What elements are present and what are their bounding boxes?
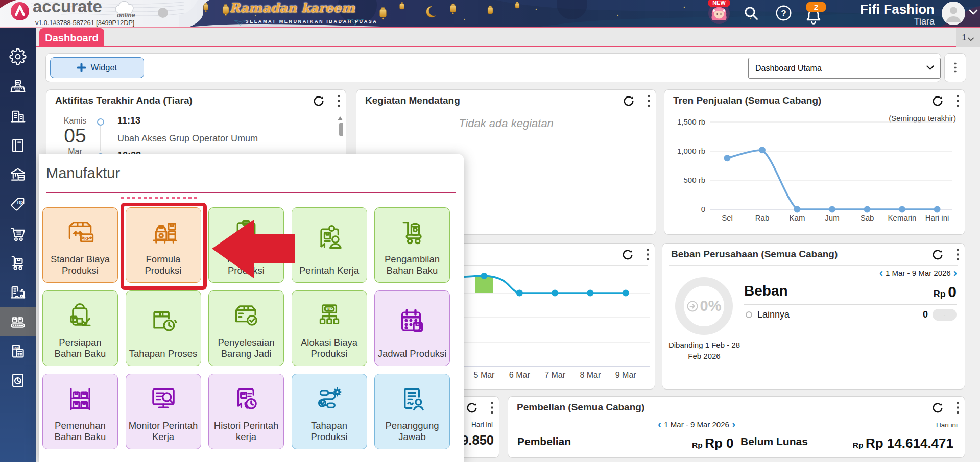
svg-text:0: 0 <box>701 205 705 213</box>
annotation-arrow <box>211 218 296 279</box>
refresh-icon[interactable] <box>312 94 325 108</box>
sidebar-item-assets[interactable] <box>0 277 36 306</box>
kebab-icon[interactable] <box>491 401 493 414</box>
alokasi-biaya-produksi-icon: RP <box>314 291 345 337</box>
scrollbar-thumb[interactable] <box>339 123 343 136</box>
tile-label: Penyelesaian Barang Jadi <box>211 337 281 360</box>
sidebar-item-cashier[interactable] <box>0 71 36 101</box>
tile-tahapan-proses[interactable]: Tahapan Proses <box>126 290 201 366</box>
sidebar-item-reports[interactable] <box>0 366 36 395</box>
svg-text:5 Mar: 5 Mar <box>474 371 495 379</box>
svg-text:9 Mar: 9 Mar <box>615 371 637 379</box>
brand-name: accurate <box>33 0 102 16</box>
tile-label: Jadwal Produksi <box>377 348 447 360</box>
tile-jadwal-produksi[interactable]: Jadwal Produksi <box>374 290 450 366</box>
svg-text:TAX: TAX <box>13 346 19 349</box>
tile-monitor-perintah-kerja[interactable]: Monitor Perintah Kerja <box>126 374 201 449</box>
tile-perintah-kerja[interactable]: Perintah Kerja <box>292 207 367 283</box>
range-prev-icon[interactable]: ‹ <box>655 418 664 431</box>
tile-tahapan-produksi[interactable]: Tahapan Produksi <box>292 374 367 449</box>
panel-divider <box>46 192 456 193</box>
sidebar-item-settings[interactable] <box>0 42 36 71</box>
search-icon[interactable] <box>743 5 759 21</box>
trend-arrow-icon <box>687 301 698 312</box>
tile-label: Monitor Perintah Kerja <box>129 420 198 443</box>
activity-time: 11:13 <box>117 115 140 126</box>
kebab-icon[interactable] <box>648 94 650 107</box>
sidebar-item-purchases[interactable] <box>0 219 36 248</box>
tile-penyelesaian-barang-jadi[interactable]: Penyelesaian Barang Jadi <box>208 290 284 366</box>
annotation-highlight-rect <box>121 203 207 290</box>
tile-pemenuhan-bahan-baku[interactable]: Pemenuhan Bahan Baku <box>42 374 118 449</box>
tile-histori-perintah-kerja[interactable]: Histori Perintah kerja <box>208 374 284 449</box>
tile-standar-biaya-produksi[interactable]: RP Standar Biaya Produksi <box>42 207 118 283</box>
svg-text:Kemarin: Kemarin <box>888 213 917 222</box>
svg-text:Hari ini: Hari ini <box>925 213 949 222</box>
tren-penjualan-chart: 0500 rb1,000 rb1,500 rbSelRabKamJumSabKe… <box>672 116 959 231</box>
tile-label: Pemenuhan Bahan Baku <box>45 420 115 443</box>
kebab-icon[interactable] <box>957 94 959 107</box>
tile-alokasi-biaya-produksi[interactable]: RP Alokasi Biaya Produksi <box>292 290 367 366</box>
svg-text:RP: RP <box>326 307 331 311</box>
notification-count-badge[interactable]: 2 <box>806 2 826 12</box>
svg-text:Kam: Kam <box>790 213 805 222</box>
sidebar-item-bank[interactable] <box>0 160 36 189</box>
svg-text:6 Mar: 6 Mar <box>509 371 531 379</box>
widget-beban-perusahaan: Beban Perusahaan (Semua Cabang) ‹1 Mar -… <box>662 243 965 390</box>
help-icon[interactable]: ? <box>776 5 792 21</box>
range-label: 1 Mar - 9 Mar 2026 <box>664 420 729 429</box>
kebab-icon[interactable] <box>957 248 959 261</box>
dashboard-select[interactable]: Dashboard Utama <box>748 58 941 79</box>
user-avatar[interactable] <box>942 2 965 25</box>
refresh-icon[interactable] <box>465 401 479 415</box>
widget-title: Aktifitas Terakhir Anda (Tiara) <box>55 95 193 106</box>
tile-penanggung-jawab[interactable]: Penanggung Jawab <box>374 374 450 449</box>
persiapan-bahan-baku-icon <box>64 291 96 337</box>
refresh-icon[interactable] <box>931 94 944 108</box>
range-prev-icon[interactable]: ‹ <box>877 266 886 279</box>
sidebar-item-manufacture[interactable] <box>0 307 36 336</box>
tab-counter-dropdown[interactable]: 1 <box>956 28 980 47</box>
tile-label: Tahapan Proses <box>129 348 198 360</box>
legend-dot <box>746 311 752 318</box>
date-range-nav: ‹1 Mar - 9 Mar 2026› <box>655 420 738 429</box>
tile-persiapan-bahan-baku[interactable]: Persiapan Bahan Baku <box>42 290 118 366</box>
svg-text:Sel: Sel <box>722 213 733 222</box>
toolbar-kebab-menu[interactable] <box>944 53 966 82</box>
perintah-kerja-icon <box>314 208 345 265</box>
tab-dashboard[interactable]: Dashboard <box>39 28 104 47</box>
widget-header: Tren Penjualan (Semua Cabang) <box>664 90 965 112</box>
penyelesaian-barang-jadi-icon <box>230 291 262 337</box>
kebab-icon[interactable] <box>338 94 340 107</box>
sidebar-item-company[interactable] <box>0 101 36 130</box>
version-text: v1.0.1#3788-587261 [3499P12DP] <box>35 19 134 27</box>
tile-label: Penanggung Jawab <box>377 420 447 443</box>
refresh-icon[interactable] <box>931 248 944 261</box>
svg-text:?: ? <box>781 9 786 18</box>
annotation-dashed-line <box>121 197 200 199</box>
plus-icon <box>77 63 86 72</box>
chevron-down-icon[interactable] <box>969 9 978 15</box>
date-range-nav: ‹1 Mar - 9 Mar 2026› <box>877 269 960 277</box>
header-underline <box>0 27 980 28</box>
belum-lunas-value: Rp Rp 14.614.471 <box>853 435 953 451</box>
divider <box>744 304 957 305</box>
sidebar-item-sales[interactable]: Rp <box>0 189 36 218</box>
penanggung-jawab-icon <box>396 374 428 420</box>
scrollbar-up-arrow[interactable] <box>338 116 343 120</box>
kebab-icon[interactable] <box>957 401 959 414</box>
refresh-icon[interactable] <box>622 94 635 108</box>
svg-text:RP: RP <box>83 236 90 241</box>
tile-pengambilan-bahan-baku[interactable]: Pengambilan Bahan Baku <box>374 207 450 283</box>
add-widget-button[interactable]: Widget <box>50 57 144 78</box>
range-next-icon[interactable]: › <box>951 266 960 279</box>
range-next-icon[interactable]: › <box>729 418 738 431</box>
refresh-icon[interactable] <box>931 401 944 415</box>
sidebar-item-inventory[interactable] <box>0 248 36 277</box>
range-label: 1 Mar - 9 Mar 2026 <box>886 269 951 277</box>
sidebar-item-journal[interactable] <box>0 131 36 160</box>
pembelian-label: Pembelian <box>517 435 571 448</box>
widget-header: Kegiatan Mendatang <box>356 90 656 112</box>
tab-strip: Dashboard 1 <box>36 27 980 47</box>
sidebar-item-tax[interactable]: TAX <box>0 336 36 366</box>
